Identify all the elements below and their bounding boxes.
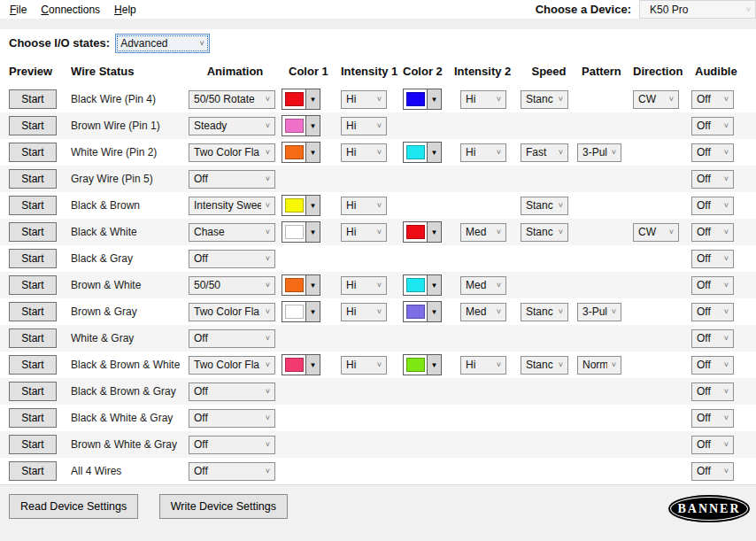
start-preview-button[interactable]: Start xyxy=(9,382,57,401)
dropdown-arrow-icon[interactable]: ▼ xyxy=(427,275,441,295)
start-preview-button[interactable]: Start xyxy=(9,355,57,375)
speed-select[interactable]: Fast˅ xyxy=(521,143,568,162)
pattern-select[interactable]: Norm˅ xyxy=(577,356,621,375)
animation-select[interactable]: Two Color Fla˅ xyxy=(189,143,275,162)
audible-select[interactable]: Off˅ xyxy=(691,409,734,428)
pattern-select[interactable]: 3-Pul˅ xyxy=(577,303,621,321)
color2-picker[interactable]: ▼ xyxy=(403,354,442,375)
direction-select[interactable]: CW˅ xyxy=(633,90,679,109)
intensity1-select[interactable]: Hi˅ xyxy=(341,90,387,109)
dropdown-arrow-icon[interactable]: ▼ xyxy=(305,143,320,162)
start-preview-button[interactable]: Start xyxy=(9,408,57,428)
read-device-settings-button[interactable]: Read Device Settings xyxy=(9,494,138,519)
animation-select[interactable]: Chase˅ xyxy=(189,223,275,242)
audible-select[interactable]: Off˅ xyxy=(691,303,734,321)
audible-select[interactable]: Off˅ xyxy=(691,329,734,348)
pattern-select[interactable]: 3-Pul˅ xyxy=(577,143,621,162)
color1-picker[interactable]: ▼ xyxy=(282,142,320,163)
animation-select[interactable]: Off˅ xyxy=(189,462,275,481)
intensity1-select[interactable]: Hi˅ xyxy=(341,276,387,295)
color1-picker[interactable]: ▼ xyxy=(282,195,320,216)
audible-select[interactable]: Off˅ xyxy=(691,276,734,295)
audible-select[interactable]: Off˅ xyxy=(691,250,734,268)
intensity2-select[interactable]: Med˅ xyxy=(460,223,506,242)
color1-picker[interactable]: ▼ xyxy=(282,301,320,322)
color1-picker[interactable]: ▼ xyxy=(282,354,320,375)
color2-picker[interactable]: ▼ xyxy=(403,89,442,110)
animation-select[interactable]: Intensity Swee˅ xyxy=(189,197,275,215)
menu-item-help[interactable]: Help xyxy=(107,4,143,16)
intensity1-select[interactable]: Hi˅ xyxy=(341,143,387,162)
intensity2-select[interactable]: Med˅ xyxy=(460,276,506,295)
start-preview-button[interactable]: Start xyxy=(9,222,57,242)
audible-select[interactable]: Off˅ xyxy=(691,223,734,242)
intensity1-select[interactable]: Hi˅ xyxy=(341,197,387,215)
animation-select[interactable]: Off˅ xyxy=(189,170,275,189)
start-preview-button[interactable]: Start xyxy=(9,169,57,189)
dropdown-arrow-icon[interactable]: ▼ xyxy=(305,116,320,135)
menu-item-file[interactable]: File xyxy=(3,4,34,16)
animation-select[interactable]: Two Color Fla˅ xyxy=(189,356,275,375)
animation-select[interactable]: Off˅ xyxy=(189,250,275,268)
audible-select[interactable]: Off˅ xyxy=(691,197,734,215)
color2-picker[interactable]: ▼ xyxy=(403,301,442,322)
intensity2-select[interactable]: Hi˅ xyxy=(460,90,506,109)
speed-select[interactable]: Stanc˅ xyxy=(521,303,568,321)
intensity2-select[interactable]: Hi˅ xyxy=(460,143,506,162)
write-device-settings-button[interactable]: Write Device Settings xyxy=(159,494,288,519)
dropdown-arrow-icon[interactable]: ▼ xyxy=(305,196,320,215)
dropdown-arrow-icon[interactable]: ▼ xyxy=(305,89,320,109)
animation-select[interactable]: Off˅ xyxy=(189,436,275,454)
dropdown-arrow-icon[interactable]: ▼ xyxy=(427,143,441,162)
color1-picker[interactable]: ▼ xyxy=(282,89,320,110)
start-preview-button[interactable]: Start xyxy=(9,249,57,268)
start-preview-button[interactable]: Start xyxy=(9,302,57,321)
start-preview-button[interactable]: Start xyxy=(9,196,57,215)
device-select[interactable]: K50 Pro ˅ xyxy=(639,0,756,19)
audible-select[interactable]: Off˅ xyxy=(691,143,734,162)
speed-select[interactable]: Stanc˅ xyxy=(521,90,568,109)
intensity1-select[interactable]: Hi˅ xyxy=(341,356,387,375)
audible-select[interactable]: Off˅ xyxy=(691,90,734,109)
io-states-select[interactable]: Advanced ˅ xyxy=(115,34,210,53)
start-preview-button[interactable]: Start xyxy=(9,116,57,135)
start-preview-button[interactable]: Start xyxy=(9,328,57,348)
intensity2-select[interactable]: Med˅ xyxy=(460,303,506,321)
color1-picker[interactable]: ▼ xyxy=(282,274,320,296)
animation-select[interactable]: Off˅ xyxy=(189,329,275,348)
animation-select[interactable]: 50/50˅ xyxy=(189,276,275,295)
color1-picker[interactable]: ▼ xyxy=(282,221,320,243)
intensity1-select[interactable]: Hi˅ xyxy=(341,117,387,135)
dropdown-arrow-icon[interactable]: ▼ xyxy=(427,222,441,242)
animation-select[interactable]: Steady˅ xyxy=(189,117,275,135)
audible-select[interactable]: Off˅ xyxy=(691,170,734,189)
intensity1-select[interactable]: Hi˅ xyxy=(341,223,387,242)
dropdown-arrow-icon[interactable]: ▼ xyxy=(427,355,441,375)
dropdown-arrow-icon[interactable]: ▼ xyxy=(305,275,320,295)
start-preview-button[interactable]: Start xyxy=(9,143,57,162)
audible-select[interactable]: Off˅ xyxy=(691,436,734,454)
dropdown-arrow-icon[interactable]: ▼ xyxy=(305,355,320,375)
animation-select[interactable]: Off˅ xyxy=(189,383,275,401)
start-preview-button[interactable]: Start xyxy=(9,275,57,295)
speed-select[interactable]: Stanc˅ xyxy=(521,197,568,215)
audible-select[interactable]: Off˅ xyxy=(691,383,734,401)
dropdown-arrow-icon[interactable]: ▼ xyxy=(305,302,320,321)
audible-select[interactable]: Off˅ xyxy=(691,117,734,135)
start-preview-button[interactable]: Start xyxy=(9,461,57,481)
speed-select[interactable]: Stanc˅ xyxy=(521,223,568,242)
speed-select[interactable]: Stanc˅ xyxy=(521,356,568,375)
start-preview-button[interactable]: Start xyxy=(9,89,57,109)
color1-picker[interactable]: ▼ xyxy=(282,115,320,136)
intensity1-select[interactable]: Hi˅ xyxy=(341,303,387,321)
animation-select[interactable]: 50/50 Rotate˅ xyxy=(189,90,275,109)
color2-picker[interactable]: ▼ xyxy=(403,221,442,243)
dropdown-arrow-icon[interactable]: ▼ xyxy=(427,89,441,109)
start-preview-button[interactable]: Start xyxy=(9,435,57,454)
intensity2-select[interactable]: Hi˅ xyxy=(460,356,506,375)
animation-select[interactable]: Off˅ xyxy=(189,409,275,428)
color2-picker[interactable]: ▼ xyxy=(403,142,442,163)
color2-picker[interactable]: ▼ xyxy=(403,274,442,296)
dropdown-arrow-icon[interactable]: ▼ xyxy=(427,302,441,321)
dropdown-arrow-icon[interactable]: ▼ xyxy=(305,222,320,242)
